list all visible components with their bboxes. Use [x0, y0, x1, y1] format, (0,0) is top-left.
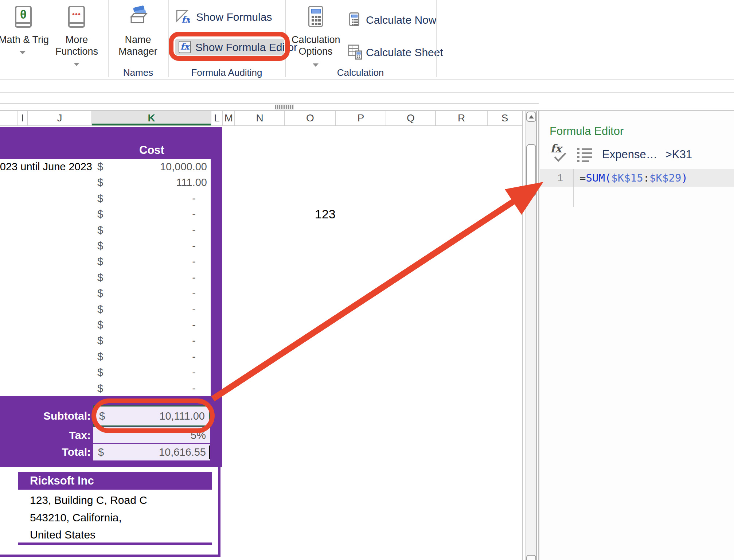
- dropdown-arrow-icon[interactable]: [313, 63, 319, 67]
- row-currency: $: [97, 254, 103, 269]
- formula-part: =: [579, 172, 586, 184]
- row-currency: $: [97, 191, 103, 206]
- formula-context: Expense…>K31: [602, 147, 692, 162]
- calculation-options-icon: [308, 6, 323, 27]
- column-header-I[interactable]: I: [18, 111, 28, 125]
- group-label-formula-auditing: Formula Auditing: [179, 67, 274, 78]
- total-cell[interactable]: $ 10,616.55: [93, 444, 210, 460]
- more-functions-icon: •••: [68, 6, 85, 28]
- dropdown-arrow-icon[interactable]: [74, 63, 79, 66]
- invoice-row[interactable]: $-: [0, 222, 222, 238]
- ribbon-group-divider: [285, 0, 286, 77]
- address-line[interactable]: United States: [30, 528, 95, 542]
- calculate-sheet-button[interactable]: Calculate Sheet: [347, 43, 445, 62]
- column-header-L[interactable]: L: [211, 111, 223, 125]
- name-manager-icon: [128, 4, 149, 26]
- row-cost-value: -: [192, 206, 196, 222]
- formula-part: ): [681, 172, 687, 184]
- fx-check-icon[interactable]: fx: [550, 144, 570, 164]
- dropdown-arrow-icon[interactable]: [20, 51, 26, 54]
- show-formulas-icon: fx: [176, 9, 190, 24]
- formula-text[interactable]: =SUM($K$15:$K$29): [579, 169, 688, 187]
- name-manager-button[interactable]: Name Manager: [112, 0, 164, 77]
- tax-label: Tax:: [69, 428, 91, 443]
- calculation-options-button[interactable]: Calculation Options: [292, 0, 340, 77]
- row-currency: $: [97, 270, 103, 285]
- scrollbar-thumb[interactable]: [526, 144, 536, 197]
- calculation-options-label-2: Options: [292, 46, 340, 57]
- row-currency: $: [97, 365, 103, 380]
- column-header-O[interactable]: O: [285, 111, 336, 125]
- row-cost-value: -: [192, 317, 196, 333]
- show-formula-editor-label: Show Formula Editor: [195, 41, 297, 54]
- company-name-bar[interactable]: Ricksoft Inc: [18, 472, 212, 490]
- formula-list-icon[interactable]: [577, 147, 593, 163]
- invoice-row[interactable]: $-: [0, 365, 222, 380]
- formula-editor-icon: fx: [179, 41, 191, 53]
- formula-line-number: 1: [540, 169, 563, 187]
- math-trig-button[interactable]: θ Math & Trig: [0, 0, 47, 77]
- row-currency: $: [97, 206, 103, 222]
- invoice-row[interactable]: $-: [0, 381, 222, 396]
- ribbon-group-divider: [436, 0, 437, 77]
- tax-value: 5%: [191, 427, 206, 443]
- column-header-P[interactable]: P: [336, 111, 386, 125]
- invoice-row[interactable]: $-: [0, 254, 222, 269]
- panel-divider[interactable]: [538, 110, 539, 560]
- show-formula-editor-button[interactable]: fx Show Formula Editor: [175, 39, 284, 55]
- math-trig-icon: θ: [15, 6, 32, 28]
- invoice-row[interactable]: $-: [0, 270, 222, 285]
- invoice-totals-band: Subtotal: Tax: Total: $ 10,111.00 5% $ 1…: [0, 396, 222, 467]
- more-functions-button[interactable]: ••• More Functions: [54, 0, 99, 77]
- column-header-S[interactable]: S: [488, 111, 523, 125]
- column-header-R[interactable]: R: [436, 111, 488, 125]
- invoice-row[interactable]: 2023 until June 2023$10,000.00: [0, 159, 222, 175]
- show-formulas-label: Show Formulas: [196, 11, 272, 23]
- column-header-K[interactable]: K: [92, 111, 211, 125]
- row-cost-value: -: [192, 302, 196, 317]
- row-currency: $: [97, 333, 103, 349]
- subtotal-label: Subtotal:: [43, 409, 91, 423]
- tax-cell[interactable]: 5%: [93, 427, 210, 443]
- scrollbar-up-button[interactable]: [526, 112, 536, 122]
- invoice-row[interactable]: $-: [0, 317, 222, 333]
- address-line[interactable]: 543210, California,: [30, 510, 122, 525]
- theta-glyph: θ: [16, 8, 30, 22]
- calculate-now-icon: [349, 12, 359, 26]
- column-header-blank[interactable]: [0, 111, 18, 125]
- sheet-bottom-border: [0, 555, 220, 557]
- address-line[interactable]: 123, Building C, Road C: [30, 493, 147, 508]
- invoice-row[interactable]: $-: [0, 285, 222, 301]
- invoice-row[interactable]: $-: [0, 349, 222, 365]
- invoice-row[interactable]: $111.00: [0, 175, 222, 190]
- ribbon-group-divider: [108, 0, 109, 77]
- row-cost-value: -: [192, 238, 196, 254]
- column-header-N[interactable]: N: [235, 111, 285, 125]
- invoice-row-label: 2023 until June 2023: [0, 159, 92, 175]
- row-currency: $: [97, 222, 103, 238]
- row-cost-value: 10,000.00: [160, 159, 207, 175]
- invoice-row[interactable]: $-: [0, 333, 222, 349]
- column-header-J[interactable]: J: [28, 111, 92, 125]
- row-cost-value: -: [192, 254, 196, 269]
- total-currency: $: [98, 444, 104, 460]
- invoice-row[interactable]: $-: [0, 206, 222, 222]
- cell-value-123[interactable]: 123: [315, 207, 336, 221]
- column-header-M[interactable]: M: [223, 111, 235, 125]
- subtotal-cell[interactable]: $ 10,111.00: [93, 405, 210, 427]
- invoice-header-band[interactable]: Cost: [0, 127, 222, 159]
- row-currency: $: [97, 349, 103, 365]
- column-header-Q[interactable]: Q: [386, 111, 436, 125]
- line-number-divider: [573, 169, 574, 207]
- invoice-row[interactable]: $-: [0, 302, 222, 317]
- invoice-row[interactable]: $-: [0, 238, 222, 254]
- row-cost-value: -: [192, 381, 196, 396]
- row-cost-value: -: [192, 349, 196, 365]
- scrollbar-down-button[interactable]: [526, 555, 536, 560]
- context-sheet-name: Expense…: [602, 148, 657, 161]
- calculate-now-button[interactable]: Calculate Now: [347, 11, 442, 28]
- show-formulas-button[interactable]: fx Show Formulas: [173, 8, 283, 26]
- more-functions-label-1: More: [54, 34, 99, 46]
- split-handle-icon[interactable]: [275, 105, 294, 109]
- invoice-row[interactable]: $-: [0, 191, 222, 206]
